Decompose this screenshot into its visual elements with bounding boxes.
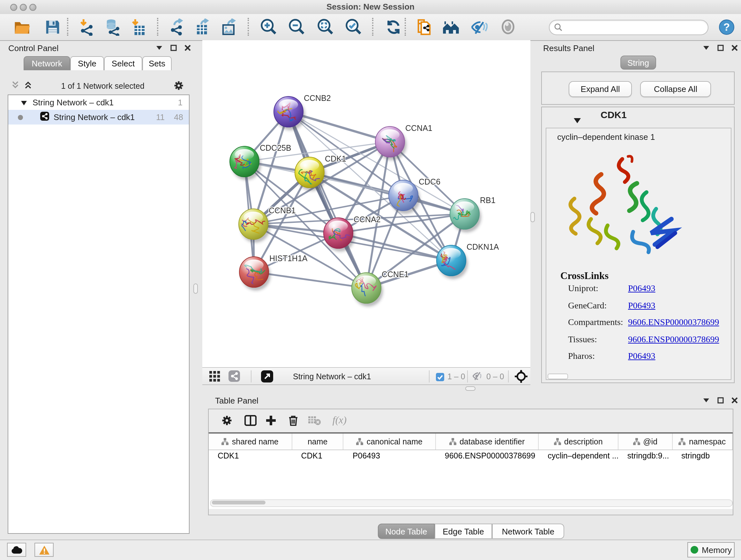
table-hscrollbar-thumb[interactable] bbox=[212, 501, 266, 504]
column-header-name[interactable]: name bbox=[292, 434, 344, 449]
close-panel-icon[interactable] bbox=[730, 396, 738, 404]
warnings-button[interactable] bbox=[35, 543, 54, 557]
network-node-RB1[interactable]: RB1 bbox=[449, 196, 495, 233]
help-button[interactable]: ? bbox=[717, 16, 736, 38]
open-in-window-icon[interactable] bbox=[261, 370, 273, 385]
hide-selected-button[interactable] bbox=[467, 16, 490, 38]
tab-edge-table[interactable]: Edge Table bbox=[434, 523, 492, 539]
export-table-button[interactable] bbox=[191, 16, 214, 38]
birdseye-navigator-icon[interactable] bbox=[515, 370, 528, 386]
float-panel-icon[interactable] bbox=[716, 44, 724, 52]
close-panel-icon[interactable] bbox=[730, 44, 738, 52]
expand-all-button[interactable]: Expand All bbox=[569, 81, 632, 97]
export-network-button[interactable] bbox=[165, 16, 188, 38]
edge-count: 48 bbox=[174, 112, 183, 122]
table-cell[interactable]: CDK1 bbox=[292, 450, 343, 462]
tab-network-table[interactable]: Network Table bbox=[492, 523, 564, 539]
show-columns-icon[interactable] bbox=[243, 413, 257, 427]
network-edge-HIST1H1A-CCNE1[interactable] bbox=[254, 272, 366, 288]
table-row[interactable]: CDK1CDK1P064939606.ENSP00000378699cyclin… bbox=[209, 450, 733, 462]
network-node-CCNE1[interactable]: CCNE1 bbox=[352, 270, 409, 307]
crosslink-link[interactable]: 9606.ENSP00000378699 bbox=[628, 334, 719, 345]
toolbar-separator bbox=[405, 18, 406, 36]
import-table-button[interactable] bbox=[127, 16, 150, 38]
node-label-CCNE1: CCNE1 bbox=[382, 270, 409, 279]
refresh-button[interactable] bbox=[382, 16, 405, 38]
table-cell[interactable]: P06493 bbox=[344, 450, 436, 462]
column-header-shared-name[interactable]: shared name bbox=[209, 434, 292, 449]
cloud-button[interactable] bbox=[7, 543, 26, 557]
collapse-all-button[interactable]: Collapse All bbox=[640, 81, 711, 97]
save-session-button[interactable] bbox=[41, 16, 64, 38]
tab-select[interactable]: Select bbox=[104, 56, 142, 70]
network-canvas[interactable]: CCNB2CCNA1CDC25BCDK1CDC6RB1CCNB1CCNA2CDK… bbox=[202, 40, 530, 367]
right-splitter-handle[interactable] bbox=[530, 212, 535, 222]
memory-button[interactable]: Memory bbox=[687, 542, 735, 557]
collapse-all-trees-icon[interactable] bbox=[11, 81, 19, 91]
search-input[interactable] bbox=[566, 22, 703, 33]
open-folder-icon bbox=[13, 18, 30, 36]
panel-menu-icon[interactable] bbox=[702, 44, 711, 52]
import-network-file-button[interactable] bbox=[75, 16, 98, 38]
export-image-button[interactable] bbox=[217, 16, 240, 38]
collapse-protein-icon[interactable] bbox=[574, 114, 581, 126]
tab-style[interactable]: Style bbox=[70, 56, 104, 70]
panel-menu-icon[interactable] bbox=[702, 396, 711, 404]
open-session-button[interactable] bbox=[10, 16, 33, 38]
crosslink-link[interactable]: P06493 bbox=[628, 351, 656, 361]
zoom-selected-button[interactable] bbox=[342, 16, 365, 38]
selected-checkbox-icon[interactable] bbox=[436, 372, 444, 384]
bottom-splitter-handle[interactable] bbox=[465, 386, 475, 391]
network-row[interactable]: String Network – cdk1 11 48 bbox=[8, 110, 189, 125]
column-header-canonical-name[interactable]: canonical name bbox=[344, 434, 436, 449]
network-node-HIST1H1A[interactable]: HIST1H1A bbox=[239, 254, 308, 291]
gear-icon[interactable] bbox=[174, 80, 184, 92]
hidden-node-edge-counts: 0 – 0 bbox=[486, 372, 504, 381]
table-cell[interactable]: CDK1 bbox=[209, 450, 292, 462]
collection-network-count: 1 bbox=[178, 98, 183, 107]
table-cell[interactable]: stringdb:9... bbox=[618, 450, 672, 462]
table-cell[interactable]: cyclin–dependent ... bbox=[539, 450, 618, 462]
zoom-in-button[interactable] bbox=[257, 16, 280, 38]
results-hscrollbar-thumb[interactable] bbox=[548, 374, 568, 379]
show-hidden-button[interactable] bbox=[496, 16, 520, 38]
add-column-icon[interactable] bbox=[264, 413, 278, 427]
search-field bbox=[549, 20, 709, 35]
grid-view-icon[interactable] bbox=[209, 371, 220, 384]
left-splitter-handle[interactable] bbox=[193, 284, 198, 294]
home-button[interactable] bbox=[439, 16, 462, 38]
column-header--id[interactable]: @id bbox=[618, 434, 672, 449]
column-header-database-identifier[interactable]: database identifier bbox=[436, 434, 539, 449]
import-network-database-button[interactable] bbox=[102, 16, 125, 38]
expand-all-trees-icon[interactable] bbox=[24, 81, 32, 91]
table-cell[interactable]: 9606.ENSP00000378699 bbox=[436, 450, 539, 462]
network-collection-row[interactable]: String Network – cdk1 1 bbox=[8, 95, 189, 110]
table-gear-icon[interactable] bbox=[219, 413, 233, 427]
zoom-out-button[interactable] bbox=[285, 16, 308, 38]
column-header-description[interactable]: description bbox=[539, 434, 618, 449]
column-header-namespac[interactable]: namespac bbox=[672, 434, 733, 449]
node-label-HIST1H1A: HIST1H1A bbox=[269, 254, 308, 263]
tree-expander-icon[interactable] bbox=[21, 98, 27, 107]
results-tab-string[interactable]: String bbox=[620, 56, 656, 70]
float-panel-icon[interactable] bbox=[169, 44, 178, 52]
crosslink-link[interactable]: P06493 bbox=[628, 284, 656, 294]
crosslink-link[interactable]: P06493 bbox=[628, 300, 656, 311]
string-view-icon[interactable] bbox=[228, 370, 240, 384]
tab-sets[interactable]: Sets bbox=[142, 56, 172, 70]
hidden-eye-slash-icon[interactable] bbox=[472, 372, 483, 383]
float-panel-icon[interactable] bbox=[716, 396, 724, 404]
string-network-icon bbox=[40, 112, 49, 123]
clone-network-button[interactable] bbox=[412, 16, 435, 38]
delete-column-icon[interactable] bbox=[286, 413, 300, 427]
delete-table-icon-disabled bbox=[308, 413, 322, 427]
network-node-CDKN1A[interactable]: CDKN1A bbox=[436, 242, 499, 279]
close-panel-icon[interactable] bbox=[183, 44, 192, 52]
table-cell[interactable]: stringdb bbox=[672, 450, 733, 462]
tab-node-table[interactable]: Node Table bbox=[378, 523, 434, 539]
tab-network[interactable]: Network bbox=[23, 56, 70, 70]
zoom-fit-button[interactable] bbox=[314, 16, 337, 38]
panel-menu-icon[interactable] bbox=[155, 44, 163, 52]
table-hscrollbar[interactable] bbox=[210, 499, 733, 507]
crosslink-link[interactable]: 9606.ENSP00000378699 bbox=[628, 317, 719, 327]
